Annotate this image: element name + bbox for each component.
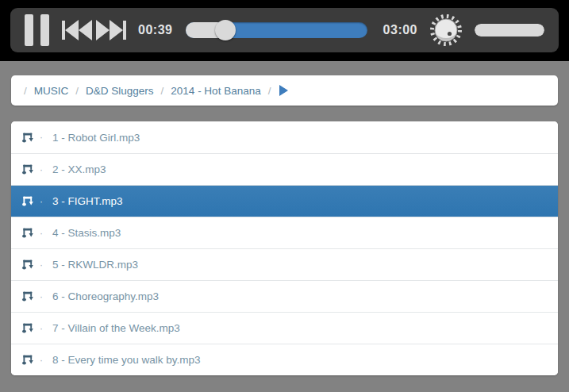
pause-icon <box>25 14 33 46</box>
track-row[interactable]: · 5 - RKWLDR.mp3 <box>11 248 558 280</box>
total-time: 03:00 <box>383 23 417 37</box>
breadcrumb-separator: / <box>161 85 164 97</box>
track-row[interactable]: · 3 - FIGHT.mp3 <box>11 185 558 217</box>
breadcrumb-separator: / <box>75 85 79 97</box>
track-filename[interactable]: 7 - Villain of the Week.mp3 <box>52 322 180 334</box>
breadcrumb: / MUSIC / D&D Sluggers / 2014 - Hot Bana… <box>11 75 558 106</box>
pause-button[interactable] <box>25 14 49 46</box>
track-list: · 1 - Robot Girl.mp3 · 2 - XX.mp3 <box>11 121 558 375</box>
track-filename[interactable]: 4 - Stasis.mp3 <box>52 227 121 239</box>
list-bullet: · <box>40 228 43 239</box>
next-icon <box>95 20 127 40</box>
breadcrumb-play-button[interactable] <box>278 85 290 96</box>
music-file-icon <box>21 322 33 334</box>
content-area: / MUSIC / D&D Sluggers / 2014 - Hot Bana… <box>0 61 569 386</box>
music-file-icon <box>21 259 33 271</box>
track-row[interactable]: · 4 - Stasis.mp3 <box>11 217 558 248</box>
music-file-icon <box>21 290 33 302</box>
track-row[interactable]: · 7 - Villain of the Week.mp3 <box>11 312 558 344</box>
volume-bar[interactable] <box>475 24 544 37</box>
breadcrumb-link[interactable]: 2014 - Hot Banana <box>171 85 260 97</box>
list-bullet: · <box>40 132 43 143</box>
list-bullet: · <box>40 291 43 302</box>
list-bullet: · <box>40 259 43 271</box>
volume-knob[interactable] <box>428 12 464 48</box>
track-row[interactable]: · 2 - XX.mp3 <box>11 153 558 185</box>
player-panel: 00:39 03:00 <box>10 8 559 52</box>
list-bullet: · <box>40 323 43 334</box>
next-track-button[interactable] <box>95 20 127 40</box>
previous-icon <box>61 20 93 40</box>
track-filename[interactable]: 6 - Choreography.mp3 <box>52 290 159 302</box>
track-row[interactable]: · 6 - Choreography.mp3 <box>11 280 558 312</box>
volume-fill <box>475 24 544 37</box>
track-filename[interactable]: 3 - FIGHT.mp3 <box>52 195 123 207</box>
track-filename[interactable]: 5 - RKWLDR.mp3 <box>52 259 138 271</box>
track-filename[interactable]: 2 - XX.mp3 <box>52 163 106 175</box>
track-row[interactable]: · 1 - Robot Girl.mp3 <box>11 121 558 153</box>
music-file-icon <box>21 163 33 175</box>
previous-track-button[interactable] <box>61 20 93 40</box>
breadcrumb-link[interactable]: MUSIC <box>34 85 69 97</box>
track-row[interactable]: · 8 - Every time you walk by.mp3 <box>11 344 558 375</box>
player-bar: 00:39 03:00 <box>0 0 569 61</box>
list-bullet: · <box>40 355 43 366</box>
play-icon <box>279 85 288 96</box>
music-file-icon <box>21 195 33 207</box>
seek-bar[interactable] <box>186 22 367 38</box>
music-file-icon <box>21 354 33 366</box>
breadcrumb-items: / MUSIC / D&D Sluggers / 2014 - Hot Bana… <box>24 85 261 97</box>
breadcrumb-separator: / <box>24 85 27 97</box>
breadcrumb-separator: / <box>268 85 271 97</box>
list-bullet: · <box>40 196 43 207</box>
music-file-icon <box>21 227 33 239</box>
app-window: 00:39 03:00 / MUSIC / D&D Sluggers <box>0 0 569 392</box>
breadcrumb-link[interactable]: D&D Sluggers <box>86 85 154 97</box>
pause-icon <box>40 14 49 46</box>
track-filename[interactable]: 8 - Every time you walk by.mp3 <box>52 354 201 366</box>
track-filename[interactable]: 1 - Robot Girl.mp3 <box>52 132 140 144</box>
music-file-icon <box>21 132 33 144</box>
track-skip-controls <box>61 20 127 40</box>
elapsed-time: 00:39 <box>138 23 172 37</box>
seek-handle[interactable] <box>215 20 236 40</box>
list-bullet: · <box>40 164 43 175</box>
